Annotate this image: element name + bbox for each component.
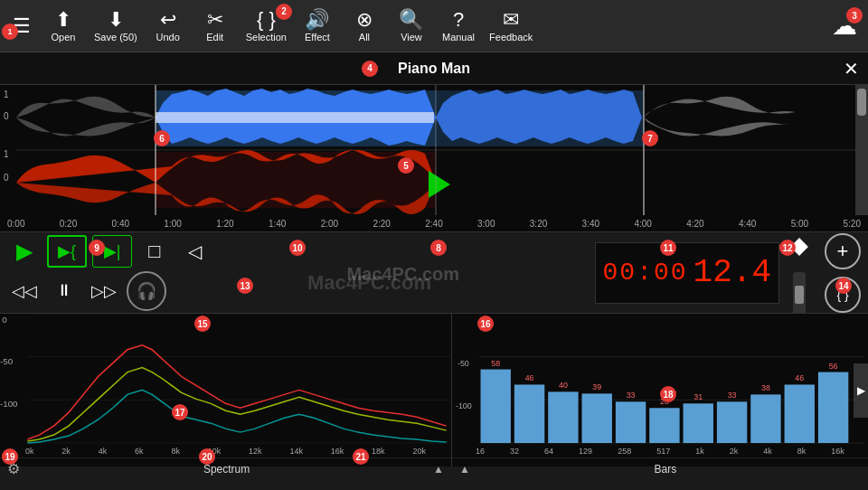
hamburger-button[interactable]: ☰ 1: [4, 11, 40, 42]
badge-15: 15: [194, 316, 211, 332]
badge-20: 20: [199, 448, 215, 465]
time-4-40: 4:40: [739, 219, 756, 229]
add-button[interactable]: +: [825, 233, 861, 269]
svg-rect-40: [684, 403, 713, 443]
waveform-svg: 1 0 1 0: [0, 85, 855, 215]
vertical-scrollbar-thumb[interactable]: [795, 286, 804, 304]
view-button[interactable]: 🔍 View: [388, 2, 435, 51]
bars-x-axis: 16 32 64 129 258 517 1k 2k 4k 8k 16k: [452, 445, 868, 457]
svg-text:46: 46: [795, 373, 804, 382]
transport-row-1: ▶ ▶{ ▶| □ ◁: [7, 235, 212, 268]
time-5-00: 5:00: [791, 219, 808, 229]
watermark: Mac4PC.com: [221, 264, 586, 285]
open-icon: ⬆: [55, 10, 71, 30]
edit-label: Edit: [206, 32, 223, 42]
svg-text:39: 39: [592, 382, 601, 391]
badge-13: 13: [237, 278, 253, 294]
manual-button[interactable]: ? Manual: [435, 2, 482, 51]
feedback-button[interactable]: ✉ Feedback: [482, 2, 540, 51]
view-label: View: [401, 32, 422, 42]
time-0-00: 0:00: [7, 219, 24, 229]
time-0-40: 0:40: [112, 219, 129, 229]
manual-icon: ?: [453, 10, 464, 30]
timeline-labels: 0:00 0:20 0:40 1:00 1:20 1:40 2:00 2:20 …: [7, 219, 861, 229]
time-4-20: 4:20: [686, 219, 703, 229]
right-arrow-icon: ▶: [857, 384, 865, 397]
time-3-00: 3:00: [477, 219, 495, 229]
open-label: Open: [52, 32, 76, 42]
digital-display: 00:00 12.4: [595, 242, 779, 304]
svg-text:56: 56: [829, 362, 838, 371]
badge-3-icon: 3: [846, 7, 863, 24]
all-label: All: [359, 32, 370, 42]
selection-label: Selection: [246, 32, 287, 42]
time-4-00: 4:00: [634, 219, 651, 229]
badge-21: 21: [353, 448, 369, 465]
badge-7: 7: [642, 130, 658, 146]
stop-button[interactable]: □: [137, 235, 172, 268]
selection-button[interactable]: { } Selection 2: [239, 2, 294, 51]
transport-row-2: ◁◁ ⏸ ▷▷ 🎧: [7, 271, 212, 311]
badge-11: 11: [660, 240, 676, 256]
time-0-20: 0:20: [60, 219, 77, 229]
undo-button[interactable]: ↩ Undo: [145, 2, 192, 51]
feedback-icon: ✉: [503, 10, 519, 30]
all-button[interactable]: ⊗ All: [341, 2, 388, 51]
svg-text:0: 0: [2, 316, 6, 325]
time-3-40: 3:40: [582, 219, 599, 229]
time-5-20: 5:20: [844, 219, 861, 229]
selection-icon: { }: [257, 10, 276, 30]
bars-footer: ▲ Bars: [452, 457, 868, 479]
badge-8: 8: [430, 240, 447, 256]
time-1-40: 1:40: [269, 219, 286, 229]
svg-rect-38: [649, 408, 679, 443]
svg-text:-100: -100: [0, 400, 18, 410]
view-icon: 🔍: [399, 10, 423, 30]
svg-text:1: 1: [4, 90, 9, 99]
headphone-icon: 🎧: [137, 281, 156, 301]
bars-right-arrow[interactable]: ▶: [854, 363, 868, 418]
close-button[interactable]: ✕: [844, 58, 859, 80]
svg-text:-100: -100: [456, 401, 472, 410]
svg-text:1: 1: [4, 149, 9, 159]
time-3-20: 3:20: [530, 219, 547, 229]
vertical-scrollbar[interactable]: [793, 272, 806, 317]
svg-text:38: 38: [761, 383, 770, 392]
time-2-00: 2:00: [321, 219, 338, 229]
waveform-scrollbar-thumb[interactable]: [857, 89, 866, 116]
waveform-scrollbar[interactable]: [855, 85, 868, 215]
badge-16: 16: [477, 316, 494, 332]
pause-button[interactable]: ⏸: [47, 275, 81, 307]
play-selection-button[interactable]: ▶{: [47, 235, 87, 268]
spectrum-up-arrow[interactable]: ▲: [433, 463, 444, 476]
feedback-label: Feedback: [489, 32, 533, 42]
toolbar: ☰ 1 ⬆ Open ⬇ Save (50) ↩ Undo ✂ Edit { }…: [0, 0, 868, 52]
effect-button[interactable]: 🔊 Effect: [294, 2, 341, 51]
time-1-00: 1:00: [164, 219, 181, 229]
save-button[interactable]: ⬇ Save (50): [87, 2, 145, 51]
cloud-button[interactable]: ☁ 3: [832, 11, 857, 41]
headphone-button[interactable]: 🎧: [127, 271, 166, 311]
badge-5: 5: [398, 157, 414, 174]
save-label: Save (50): [94, 32, 137, 42]
svg-rect-46: [785, 384, 815, 443]
badge-19: 19: [2, 448, 18, 465]
svg-text:-50: -50: [0, 357, 13, 366]
fast-forward-button[interactable]: ▷▷: [87, 275, 121, 307]
bars-up-arrow-left[interactable]: ▲: [459, 463, 470, 476]
badge-6: 6: [154, 130, 170, 146]
spectrum-label: Spectrum: [20, 463, 433, 476]
undo-label: Undo: [156, 32, 180, 42]
rewind-button[interactable]: ◁◁: [7, 275, 42, 307]
waveform-container[interactable]: 1 0 1 0: [0, 85, 868, 231]
bars-label: Bars: [470, 463, 861, 476]
edit-button[interactable]: ✂ Edit: [192, 2, 239, 51]
badge-17: 17: [172, 404, 188, 420]
play-button[interactable]: ▶: [7, 235, 42, 268]
svg-rect-48: [818, 372, 848, 443]
spectrum-svg: 0 -50 -100: [0, 314, 451, 445]
volume-button[interactable]: ◁: [177, 235, 212, 268]
undo-icon: ↩: [160, 10, 176, 30]
manual-label: Manual: [442, 32, 475, 42]
open-button[interactable]: ⬆ Open: [40, 2, 87, 51]
